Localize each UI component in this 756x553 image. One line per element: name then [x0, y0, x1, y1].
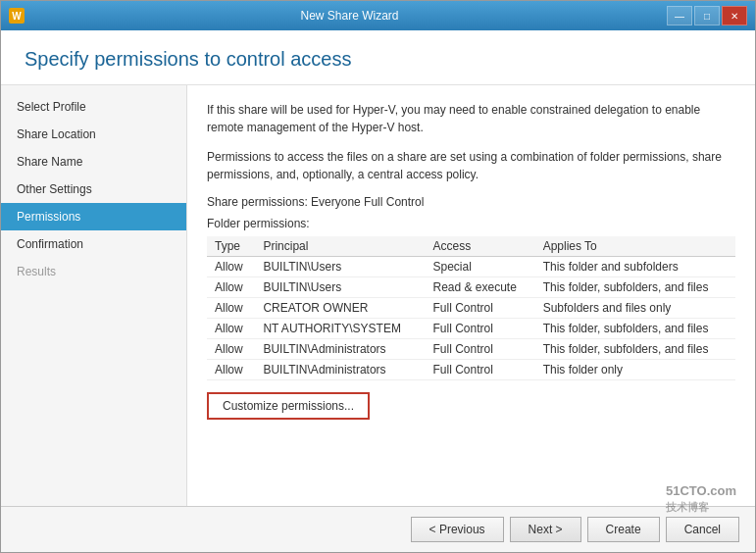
col-principal: Principal: [255, 236, 425, 257]
title-bar: W New Share Wizard — □ ✕: [1, 1, 755, 30]
cell-access: Full Control: [425, 339, 534, 360]
cell-type: Allow: [207, 360, 255, 380]
footer: < Previous Next > Create Cancel: [1, 506, 755, 552]
cell-access: Full Control: [425, 319, 534, 339]
sidebar-item-select-profile[interactable]: Select Profile: [1, 93, 186, 121]
wizard-window: W New Share Wizard — □ ✕ Specify permiss…: [0, 0, 756, 553]
table-row: AllowNT AUTHORITY\SYSTEMFull ControlThis…: [207, 319, 735, 339]
cell-type: Allow: [207, 298, 255, 319]
main-body: Select Profile Share Location Share Name…: [1, 85, 755, 506]
cell-access: Full Control: [425, 298, 534, 319]
cell-principal: CREATOR OWNER: [255, 298, 425, 319]
cell-access: Full Control: [425, 360, 534, 380]
customize-permissions-button[interactable]: Customize permissions...: [207, 392, 370, 420]
cell-type: Allow: [207, 277, 255, 298]
cell-applies_to: This folder and subfolders: [535, 257, 735, 277]
col-type: Type: [207, 236, 255, 257]
cell-applies_to: This folder, subfolders, and files: [535, 277, 735, 298]
sidebar-item-permissions[interactable]: Permissions: [1, 203, 186, 230]
col-access: Access: [425, 236, 534, 257]
info-text-2: Permissions to access the files on a sha…: [207, 148, 735, 183]
sidebar-item-other-settings[interactable]: Other Settings: [1, 176, 186, 203]
info-text-1: If this share will be used for Hyper-V, …: [207, 101, 735, 136]
create-button[interactable]: Create: [587, 517, 660, 542]
watermark-sub: 技术博客: [666, 500, 736, 514]
window-title: New Share Wizard: [32, 9, 667, 23]
table-row: AllowBUILTIN\UsersSpecialThis folder and…: [207, 257, 735, 277]
cell-applies_to: This folder, subfolders, and files: [535, 319, 735, 339]
sidebar-item-results: Results: [1, 258, 186, 285]
cell-type: Allow: [207, 257, 255, 277]
folder-permissions-label: Folder permissions:: [207, 217, 735, 230]
page-title: Specify permissions to control access: [25, 48, 731, 71]
cell-principal: BUILTIN\Administrators: [255, 360, 425, 380]
share-permissions-label: Share permissions: Everyone Full Control: [207, 195, 735, 209]
sidebar: Select Profile Share Location Share Name…: [1, 85, 187, 506]
cell-principal: BUILTIN\Users: [255, 257, 425, 277]
previous-button[interactable]: < Previous: [411, 517, 504, 542]
right-panel: If this share will be used for Hyper-V, …: [187, 85, 755, 506]
maximize-button[interactable]: □: [694, 6, 720, 25]
close-button[interactable]: ✕: [722, 6, 747, 25]
cell-applies_to: Subfolders and files only: [535, 298, 735, 319]
cell-applies_to: This folder only: [535, 360, 735, 380]
cell-principal: BUILTIN\Users: [255, 277, 425, 298]
cell-principal: NT AUTHORITY\SYSTEM: [255, 319, 425, 339]
next-button[interactable]: Next >: [510, 517, 581, 542]
sidebar-item-confirmation[interactable]: Confirmation: [1, 230, 186, 258]
minimize-button[interactable]: —: [667, 6, 692, 25]
page-header: Specify permissions to control access: [1, 30, 755, 85]
sidebar-item-share-location[interactable]: Share Location: [1, 121, 186, 148]
cell-type: Allow: [207, 339, 255, 360]
watermark: 51CTO.com 技术博客: [666, 483, 736, 514]
cell-principal: BUILTIN\Administrators: [255, 339, 425, 360]
cell-type: Allow: [207, 319, 255, 339]
col-applies: Applies To: [535, 236, 735, 257]
table-row: AllowCREATOR OWNERFull ControlSubfolders…: [207, 298, 735, 319]
table-row: AllowBUILTIN\UsersRead & executeThis fol…: [207, 277, 735, 298]
table-row: AllowBUILTIN\AdministratorsFull ControlT…: [207, 360, 735, 380]
sidebar-item-share-name[interactable]: Share Name: [1, 148, 186, 176]
content-area: Specify permissions to control access Se…: [1, 30, 755, 552]
cell-applies_to: This folder, subfolders, and files: [535, 339, 735, 360]
cancel-button[interactable]: Cancel: [666, 517, 739, 542]
table-row: AllowBUILTIN\AdministratorsFull ControlT…: [207, 339, 735, 360]
permissions-table: Type Principal Access Applies To AllowBU…: [207, 236, 735, 380]
watermark-site: 51CTO.com: [666, 483, 736, 500]
window-controls: — □ ✕: [667, 6, 747, 25]
cell-access: Read & execute: [425, 277, 534, 298]
cell-access: Special: [425, 257, 534, 277]
window-icon: W: [9, 8, 25, 24]
